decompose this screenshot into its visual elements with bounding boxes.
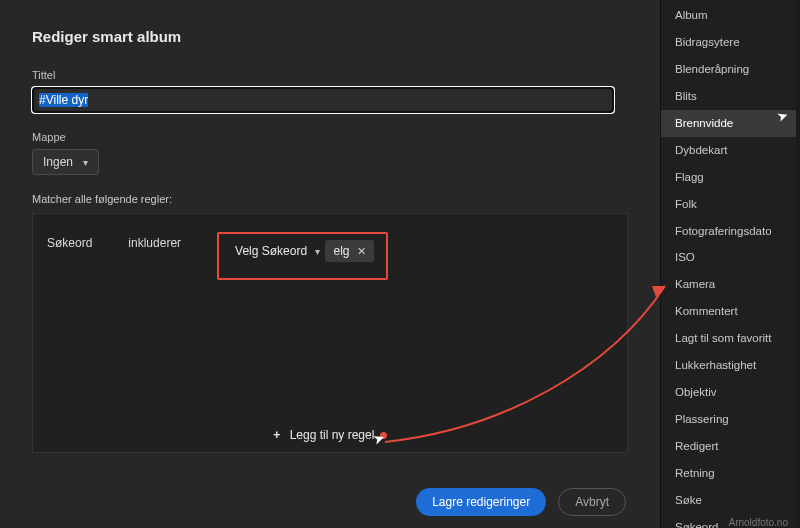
chevron-down-icon: ▾ — [83, 157, 88, 168]
chevron-down-icon: ▾ — [315, 246, 320, 257]
save-button[interactable]: Lagre redigeringer — [416, 488, 546, 516]
menu-item[interactable]: Blits — [661, 83, 796, 110]
title-field-label: Tittel — [32, 69, 628, 81]
folder-select[interactable]: Ingen ▾ — [32, 149, 99, 175]
menu-item[interactable]: Dybdekart — [661, 137, 796, 164]
add-rule-label: Legg til ny regel — [290, 428, 375, 442]
menu-item[interactable]: Blenderåpning — [661, 56, 796, 83]
rule-row: Søkeord inkluderer Velg Søkeord ▾ elg ✕ — [47, 232, 613, 280]
menu-item[interactable]: Fotograferingsdato — [661, 218, 796, 245]
menu-item[interactable]: Retning — [661, 460, 796, 487]
keyword-picker[interactable]: Velg Søkeord ▾ — [231, 242, 322, 268]
menu-item[interactable]: Flagg — [661, 164, 796, 191]
rules-panel: Søkeord inkluderer Velg Søkeord ▾ elg ✕ … — [32, 213, 628, 453]
menu-item[interactable]: ISO — [661, 244, 796, 271]
menu-item[interactable]: Folk — [661, 191, 796, 218]
cancel-button[interactable]: Avbryt — [558, 488, 626, 516]
keyword-chip[interactable]: elg ✕ — [325, 240, 374, 262]
rule-field-menu[interactable]: AlbumBidragsytereBlenderåpningBlitsBrenn… — [660, 0, 796, 528]
folder-field-label: Mappe — [32, 131, 628, 143]
menu-item[interactable]: Lagt til som favoritt — [661, 325, 796, 352]
dialog-title: Rediger smart album — [32, 28, 628, 45]
menu-item[interactable]: Album — [661, 2, 796, 29]
menu-item[interactable]: Kamera — [661, 271, 796, 298]
keyword-chip-label: elg — [333, 244, 349, 258]
keyword-picker-label: Velg Søkeord — [235, 244, 307, 258]
menu-item[interactable]: Bidragsytere — [661, 29, 796, 56]
rules-label: Matcher alle følgende regler: — [32, 193, 628, 205]
annotation-highlight: Velg Søkeord ▾ elg ✕ — [217, 232, 388, 280]
rule-field[interactable]: Søkeord — [47, 232, 92, 250]
menu-item[interactable]: Lukkerhastighet — [661, 352, 796, 379]
menu-item[interactable]: Redigert — [661, 433, 796, 460]
folder-select-value: Ingen — [43, 155, 73, 169]
menu-item[interactable]: Objektiv — [661, 379, 796, 406]
plus-icon: + — [273, 428, 280, 442]
watermark: Arnoldfoto.no — [729, 517, 789, 528]
menu-item[interactable]: Kommentert — [661, 298, 796, 325]
edit-smart-album-dialog: Rediger smart album Tittel Mappe Ingen ▾… — [0, 0, 660, 528]
menu-item[interactable]: Søke — [661, 487, 796, 514]
menu-item[interactable]: Plassering — [661, 406, 796, 433]
rule-operator[interactable]: inkluderer — [128, 232, 181, 250]
dialog-footer: Lagre redigeringer Avbryt — [416, 488, 626, 516]
title-input[interactable] — [32, 87, 614, 113]
close-icon[interactable]: ✕ — [357, 245, 366, 258]
cursor-icon: ➤ — [371, 428, 388, 447]
add-rule-button[interactable]: + Legg til ny regel ➤ — [33, 428, 627, 442]
